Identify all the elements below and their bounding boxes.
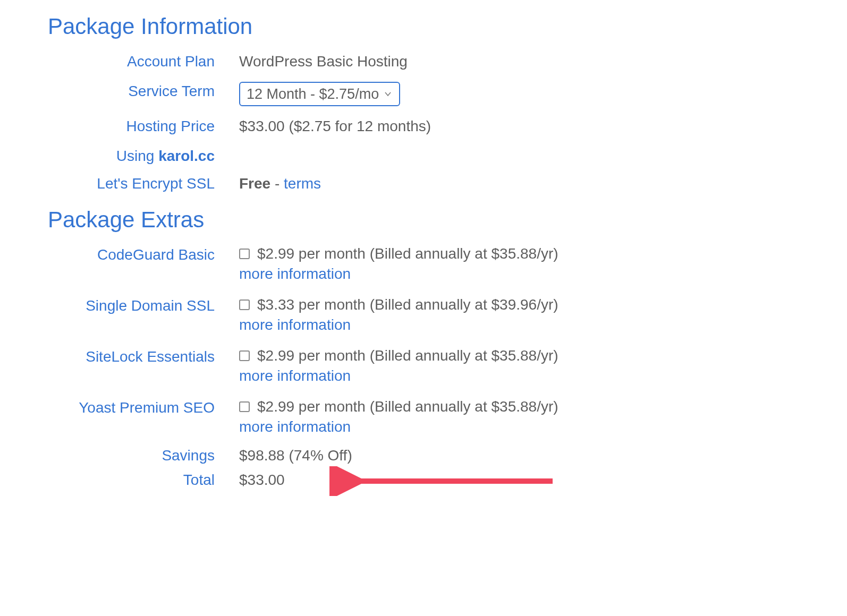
using-domain: karol.cc	[158, 148, 215, 164]
account-plan-row: Account Plan WordPress Basic Hosting	[48, 51, 799, 71]
savings-value: $98.88 (74% Off)	[239, 446, 799, 465]
hosting-price-label: Hosting Price	[48, 116, 239, 136]
extra-sitelock-moreinfo[interactable]: more information	[239, 366, 799, 386]
service-term-select[interactable]: 12 Month - $2.75/mo	[239, 82, 400, 106]
extra-singlessl-moreinfo[interactable]: more information	[239, 315, 799, 335]
extra-sitelock-price: $2.99 per month (Billed annually at $35.…	[257, 347, 558, 364]
package-information-heading: Package Information	[48, 14, 799, 39]
savings-label: Savings	[48, 446, 239, 465]
extra-singlessl-label: Single Domain SSL	[48, 295, 239, 315]
lets-encrypt-row: Let's Encrypt SSL Free - terms	[48, 173, 799, 193]
extra-sitelock-label: SiteLock Essentials	[48, 346, 239, 366]
using-prefix: Using	[116, 148, 158, 164]
using-domain-row: Using karol.cc	[48, 146, 799, 166]
service-term-row: Service Term 12 Month - $2.75/mo	[48, 81, 799, 106]
extra-codeguard-price: $2.99 per month (Billed annually at $35.…	[257, 245, 558, 262]
hosting-price-row: Hosting Price $33.00 ($2.75 for 12 month…	[48, 116, 799, 136]
using-domain-label: Using karol.cc	[48, 146, 239, 166]
chevron-down-icon	[384, 90, 392, 98]
extra-singlessl-checkbox[interactable]	[239, 300, 250, 310]
extra-yoast-row: Yoast Premium SEO $2.99 per month (Bille…	[48, 397, 799, 437]
total-row: Total $33.00	[48, 470, 799, 490]
extra-sitelock-row: SiteLock Essentials $2.99 per month (Bil…	[48, 346, 799, 386]
extra-codeguard-label: CodeGuard Basic	[48, 244, 239, 264]
hosting-price-value: $33.00 ($2.75 for 12 months)	[239, 116, 799, 136]
package-extras-heading: Package Extras	[48, 207, 799, 233]
extra-codeguard-moreinfo[interactable]: more information	[239, 264, 799, 284]
lets-encrypt-label: Let's Encrypt SSL	[48, 173, 239, 193]
savings-row: Savings $98.88 (74% Off)	[48, 446, 799, 465]
extra-yoast-checkbox[interactable]	[239, 401, 250, 412]
account-plan-value: WordPress Basic Hosting	[239, 51, 799, 71]
account-plan-label: Account Plan	[48, 51, 239, 71]
extra-yoast-moreinfo[interactable]: more information	[239, 417, 799, 437]
ssl-terms-link[interactable]: terms	[284, 175, 321, 192]
total-label: Total	[48, 470, 239, 490]
extra-codeguard-row: CodeGuard Basic $2.99 per month (Billed …	[48, 244, 799, 284]
lets-encrypt-value: Free - terms	[239, 173, 799, 193]
annotation-arrow-icon	[329, 466, 558, 496]
extra-singlessl-price: $3.33 per month (Billed annually at $39.…	[257, 296, 558, 313]
extra-yoast-label: Yoast Premium SEO	[48, 397, 239, 417]
service-term-label: Service Term	[48, 81, 239, 101]
extra-yoast-price: $2.99 per month (Billed annually at $35.…	[257, 398, 558, 415]
extra-singlessl-row: Single Domain SSL $3.33 per month (Bille…	[48, 295, 799, 335]
ssl-sep: -	[270, 175, 284, 192]
ssl-free: Free	[239, 175, 270, 192]
service-term-selected: 12 Month - $2.75/mo	[247, 84, 379, 104]
extra-codeguard-checkbox[interactable]	[239, 249, 250, 259]
extra-sitelock-checkbox[interactable]	[239, 350, 250, 361]
